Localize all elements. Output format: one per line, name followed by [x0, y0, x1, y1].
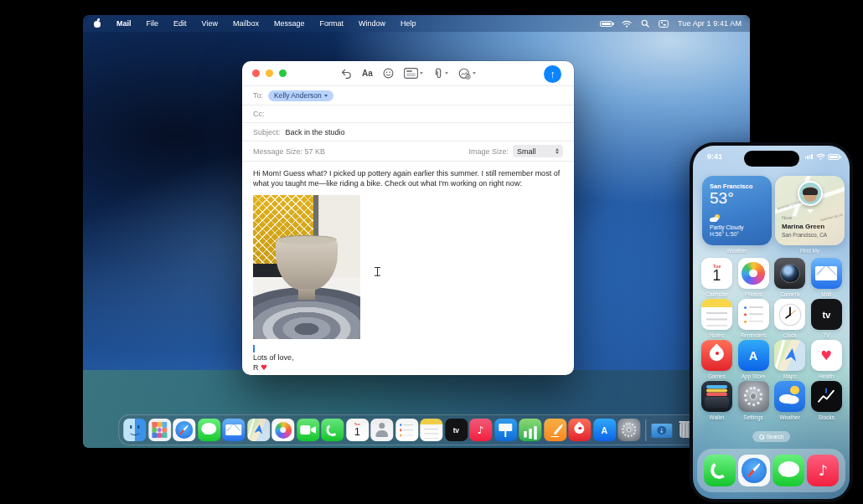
app-health[interactable]: ♥ Health	[811, 340, 842, 381]
menu-item-file[interactable]: File	[139, 15, 167, 32]
settings-app-icon[interactable]	[738, 381, 769, 412]
stocks-app-icon[interactable]	[811, 381, 842, 412]
menu-item-mail[interactable]: Mail	[109, 15, 139, 32]
menu-item-mailbox[interactable]: Mailbox	[225, 15, 266, 32]
dock-finder-icon[interactable]	[123, 419, 146, 441]
dock-settings-icon[interactable]	[618, 419, 640, 441]
signature-line: R ♥	[253, 363, 563, 373]
image-size-group: Image Size: Small	[468, 145, 563, 157]
app-store-app-icon[interactable]: A	[738, 340, 769, 371]
menu-item-format[interactable]: Format	[312, 15, 351, 32]
app-notes[interactable]: Notes	[701, 299, 732, 340]
app-calendar[interactable]: Tue 1 Calendar	[701, 258, 732, 299]
dock-messages-icon[interactable]	[198, 419, 220, 441]
weather-widget[interactable]: San Francisco 53° Partly Cloudy H:56° L:…	[702, 176, 772, 245]
dock-contacts-icon[interactable]	[370, 419, 393, 441]
dock-app-store-icon[interactable]: A	[593, 419, 616, 441]
app-tv[interactable]: tv TV	[811, 299, 842, 340]
dock-launchpad-icon[interactable]	[148, 419, 171, 441]
apple-menu-icon[interactable]	[93, 19, 101, 28]
menu-item-view[interactable]: View	[194, 15, 225, 32]
tv-app-icon[interactable]: tv	[811, 299, 842, 330]
dock-reminders-icon[interactable]	[395, 419, 418, 441]
maps-app-icon[interactable]	[774, 340, 805, 371]
menu-item-window[interactable]: Window	[351, 15, 393, 32]
dock-tv-icon[interactable]: tv	[445, 419, 468, 441]
app-stocks[interactable]: Stocks	[811, 381, 842, 422]
reminders-app-icon[interactable]	[738, 299, 769, 330]
app-mail[interactable]: Mail	[811, 258, 842, 299]
to-field[interactable]: To: Kelly Anderson	[242, 86, 574, 105]
clock-app-icon[interactable]	[774, 299, 805, 330]
mail-compose-window: Aa ↑	[242, 61, 574, 375]
menu-item-edit[interactable]: Edit	[166, 15, 194, 32]
weather-app-icon[interactable]	[774, 381, 805, 412]
header-style-icon[interactable]	[404, 68, 423, 79]
select-arrows-icon	[556, 148, 559, 154]
dock-games-icon[interactable]	[568, 419, 591, 441]
dock-maps-icon[interactable]	[247, 419, 270, 441]
dock-photos-icon[interactable]	[271, 419, 294, 441]
to-label: To:	[253, 91, 263, 100]
health-app-icon[interactable]: ♥	[811, 340, 842, 371]
camera-app-icon[interactable]	[774, 258, 805, 289]
insert-photo-icon[interactable]	[458, 68, 476, 80]
notes-app-icon[interactable]	[701, 299, 732, 330]
emoji-icon[interactable]	[383, 68, 394, 79]
calendar-app-icon[interactable]: Tue 1	[701, 258, 732, 289]
zoom-button[interactable]	[279, 69, 287, 77]
dock-music-icon[interactable]: ♪	[807, 455, 839, 486]
photos-app-icon[interactable]	[738, 258, 769, 289]
dock-phone-icon[interactable]	[321, 419, 344, 441]
app-app-store[interactable]: A App Store	[738, 340, 769, 381]
close-button[interactable]	[252, 69, 260, 77]
cc-field[interactable]: Cc:	[242, 105, 574, 123]
dock-keynote-icon[interactable]	[494, 419, 517, 441]
dock-facetime-icon[interactable]	[297, 419, 319, 441]
dock-downloads-icon[interactable]: ↓	[650, 419, 673, 441]
app-reminders[interactable]: Reminders	[738, 299, 769, 340]
app-wallet[interactable]: Wallet	[701, 381, 732, 422]
spotlight-search-pill[interactable]: Search	[752, 431, 791, 442]
menu-clock[interactable]: Tue Apr 1 9:41 AM	[678, 19, 742, 28]
subject-field[interactable]: Subject: Back in the studio	[242, 123, 574, 141]
dock-phone-icon[interactable]	[704, 455, 736, 486]
dock-safari-icon[interactable]	[738, 455, 770, 486]
send-button[interactable]: ↑	[544, 65, 561, 83]
findmy-widget[interactable]: MARINA GREEN DR MARINA BLVD Now Marina G…	[775, 176, 845, 245]
menu-item-message[interactable]: Message	[266, 15, 313, 32]
image-size-select[interactable]: Small	[513, 145, 563, 157]
dock-notes-icon[interactable]	[420, 419, 442, 441]
dock-pages-icon[interactable]	[544, 419, 566, 441]
app-photos[interactable]: Photos	[738, 258, 769, 299]
search-icon[interactable]	[641, 19, 649, 28]
app-games[interactable]: Games	[701, 340, 732, 381]
minimize-button[interactable]	[266, 69, 273, 77]
dock-music-icon[interactable]: ♪	[469, 419, 492, 441]
battery-icon[interactable]	[600, 21, 612, 27]
wallet-app-icon[interactable]	[701, 381, 732, 412]
message-body[interactable]: Hi Mom! Guess what? I picked up pottery …	[242, 162, 574, 373]
attachment-icon[interactable]	[433, 68, 448, 80]
pottery-photo-attachment[interactable]	[253, 195, 360, 339]
control-center-icon[interactable]	[659, 20, 669, 28]
dock-safari-icon[interactable]	[173, 419, 195, 441]
dock-messages-icon[interactable]	[773, 455, 804, 486]
dock-numbers-icon[interactable]	[519, 419, 541, 441]
app-maps[interactable]: Maps	[774, 340, 805, 381]
games-app-icon[interactable]	[701, 340, 732, 371]
undo-icon[interactable]	[341, 69, 352, 79]
app-weather[interactable]: Weather	[774, 381, 805, 422]
cellular-signal-icon	[805, 154, 813, 160]
recipient-pill[interactable]: Kelly Anderson	[268, 90, 333, 101]
app-camera[interactable]: Camera	[774, 258, 805, 299]
screenshot-stage: Mail File Edit View Mailbox Message Form…	[0, 0, 863, 504]
app-clock[interactable]: Clock	[774, 299, 805, 340]
app-settings[interactable]: Settings	[738, 381, 769, 422]
format-icon[interactable]: Aa	[362, 69, 373, 78]
menu-item-help[interactable]: Help	[393, 15, 424, 32]
mail-app-icon[interactable]	[811, 258, 842, 289]
dock-mail-icon[interactable]	[222, 419, 245, 441]
dock-calendar-icon[interactable]: Tue 1	[346, 419, 369, 441]
wifi-icon[interactable]	[622, 20, 632, 28]
